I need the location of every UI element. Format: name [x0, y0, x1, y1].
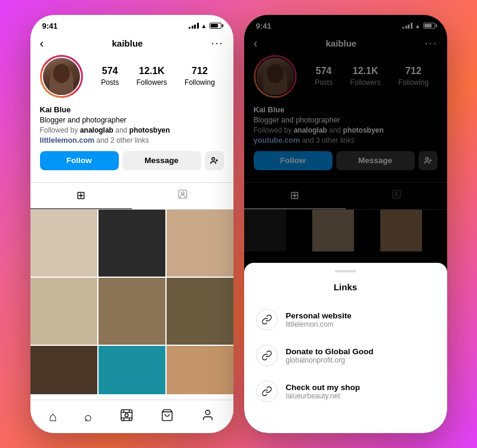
action-buttons-light: Follow Message [40, 151, 224, 170]
links-modal: Links Personal website littlelemon.com [244, 263, 447, 433]
photo-grid-light [30, 210, 233, 395]
phone-light: 9:41 ▲ ‹ kaiblue ··· [30, 15, 233, 433]
grid-cell-2[interactable] [99, 210, 165, 277]
stat-following-light[interactable]: 712 Following [184, 66, 215, 87]
tagged-tab-icon-light [177, 189, 188, 202]
tab-bar-light: ⊞ [30, 182, 233, 210]
tab-tagged-light[interactable] [132, 183, 233, 209]
svg-point-4 [181, 192, 184, 195]
profile-nav-icon-light[interactable] [201, 409, 214, 425]
avatar-light [42, 57, 81, 96]
svg-point-6 [125, 413, 128, 417]
profile-top-light: 574 Posts 12.1K Followers 712 Following [40, 55, 224, 98]
bio-followed-light: Followed by analoglab and photosbyen [40, 126, 224, 134]
svg-point-0 [211, 157, 214, 160]
stat-posts-light[interactable]: 574 Posts [101, 66, 119, 87]
link-text-1: Donate to Global Good globalnonprofit.or… [286, 347, 374, 364]
status-bar-light: 9:41 ▲ [30, 15, 233, 34]
grid-cell-4[interactable] [30, 278, 97, 345]
tab-grid-light[interactable]: ⊞ [30, 183, 132, 209]
grid-cell-5[interactable] [99, 278, 165, 345]
modal-title: Links [244, 282, 447, 292]
shop-nav-icon-light[interactable] [161, 409, 174, 425]
add-person-button-light[interactable] [205, 151, 224, 170]
link-icon-1 [256, 345, 278, 366]
grid-cell-8[interactable] [99, 346, 165, 395]
link-text-0: Personal website littlelemon.com [286, 311, 352, 329]
svg-rect-5 [121, 409, 131, 420]
link-icon-0 [256, 309, 278, 330]
home-nav-icon-light[interactable]: ⌂ [49, 409, 57, 425]
link-icon-2 [256, 381, 278, 402]
stats-light: 574 Posts 12.1K Followers 712 Following [93, 66, 224, 87]
more-button-light[interactable]: ··· [211, 37, 223, 50]
follow-button-light[interactable]: Follow [40, 151, 119, 170]
battery-icon [210, 23, 221, 29]
link-item-1[interactable]: Donate to Global Good globalnonprofit.or… [244, 337, 447, 373]
bio-link-light[interactable]: littlelemon.com and 2 other links [40, 134, 224, 145]
bio-text-light: Blogger and photographer [40, 115, 224, 126]
grid-cell-9[interactable] [167, 346, 233, 395]
back-button-light[interactable]: ‹ [40, 36, 44, 50]
message-button-light[interactable]: Message [122, 151, 201, 170]
svg-point-14 [206, 410, 210, 414]
modal-handle [335, 270, 356, 272]
grid-cell-6[interactable] [167, 278, 233, 345]
signal-icon [189, 23, 199, 29]
search-nav-icon-light[interactable]: ⌕ [84, 409, 92, 425]
grid-tab-icon-light: ⊞ [76, 189, 85, 202]
status-icons-light: ▲ [189, 23, 221, 29]
bio-name-light: Kai Blue [40, 105, 224, 114]
link-item-0[interactable]: Personal website littlelemon.com [244, 302, 447, 337]
profile-section-light: 574 Posts 12.1K Followers 712 Following … [30, 55, 233, 182]
wifi-icon: ▲ [201, 23, 207, 29]
grid-cell-7[interactable] [30, 346, 97, 395]
phone-dark: 9:41 ▲ ‹ kaiblue ··· [244, 15, 447, 433]
grid-cell-3[interactable] [167, 210, 233, 277]
reels-nav-icon-light[interactable] [120, 409, 133, 425]
bio-section-light: Kai Blue Blogger and photographer Follow… [40, 105, 224, 145]
grid-cell-1[interactable] [30, 210, 97, 277]
status-time-light: 9:41 [42, 22, 58, 30]
nav-bar-light: ‹ kaiblue ··· [30, 34, 233, 55]
profile-username-light: kaiblue [112, 38, 143, 48]
link-text-2: Check out my shop lalueurbeauty.net [286, 383, 361, 400]
bottom-nav-light: ⌂ ⌕ [30, 400, 233, 433]
stat-followers-light[interactable]: 12.1K Followers [136, 66, 167, 87]
link-item-2[interactable]: Check out my shop lalueurbeauty.net [244, 373, 447, 409]
profile-content-light: 574 Posts 12.1K Followers 712 Following … [30, 55, 233, 394]
avatar-wrapper-light [40, 55, 83, 98]
avatar-image-light [43, 58, 80, 95]
